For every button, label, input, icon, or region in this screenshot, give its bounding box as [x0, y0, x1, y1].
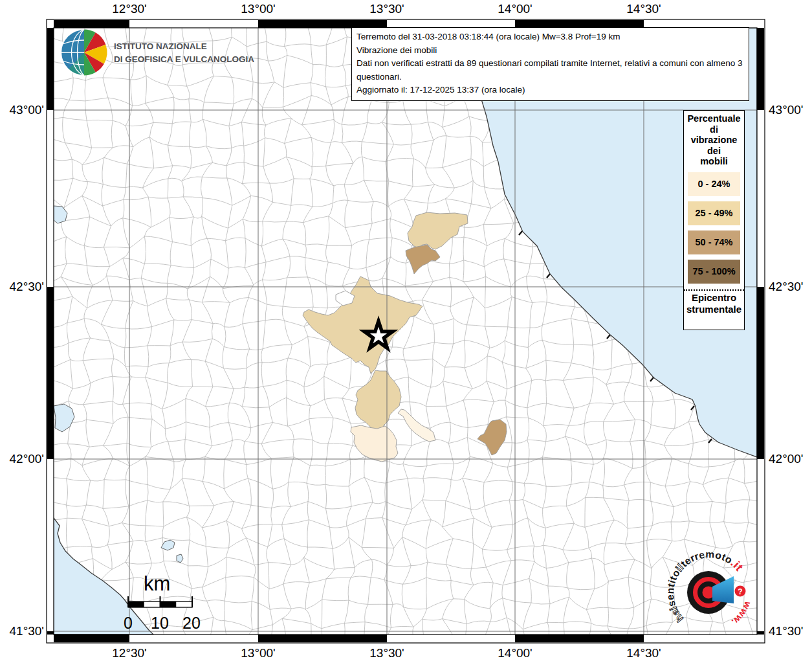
- axis-bottom-14°30': 14°30': [626, 646, 661, 660]
- vibration-percentage-regions: [303, 212, 507, 462]
- axis-left-41°30': 41°30': [3, 624, 44, 638]
- axis-top-12°30': 12°30': [112, 2, 147, 16]
- info-line-map-type: Vibrazione dei mobili: [357, 44, 744, 58]
- axis-left-42°30': 42°30': [3, 280, 44, 294]
- scale-bar-unit: km: [144, 572, 170, 596]
- sea-and-coastline: [54, 28, 757, 635]
- earthquake-info-box: Terremoto del 31-03-2018 03:18:44 (ora l…: [351, 27, 749, 101]
- legend-swatch-25-49: 25 - 49%: [688, 201, 740, 225]
- scale-bar-tick-0: 0: [124, 614, 133, 633]
- info-line-event: Terremoto del 31-03-2018 03:18:44 (ora l…: [357, 30, 744, 44]
- legend-swatch-75-100: 75 - 100%: [688, 260, 740, 284]
- axis-right-41°30': 41°30': [769, 624, 804, 638]
- info-line-updated: Aggiornato il: 17-12-2025 13:37 (ora loc…: [357, 84, 744, 97]
- legend-swatch-50-74: 50 - 74%: [688, 230, 740, 254]
- axis-left-42°00': 42°00': [3, 452, 44, 466]
- region-50-74-6: [477, 420, 507, 455]
- axis-right-42°30': 42°30': [769, 280, 804, 294]
- question-mark: ?: [738, 587, 742, 596]
- axis-left-43°00': 43°00': [3, 103, 44, 117]
- axis-top-14°30': 14°30': [626, 2, 661, 16]
- ingv-line2: DI GEOFISICA E VULCANOLOGIA: [114, 53, 254, 66]
- ingv-line1: ISTITUTO NAZIONALE: [114, 40, 254, 53]
- ingv-wordmark: ISTITUTO NAZIONALE DI GEOFISICA E VULCAN…: [114, 40, 254, 66]
- legend-title: Percentuale di vibrazione dei mobili: [684, 113, 744, 167]
- axis-top-13°00': 13°00': [241, 2, 276, 16]
- legend-divider: [684, 289, 744, 291]
- axis-bottom-13°30': 13°30': [369, 646, 404, 660]
- ingv-globe-logo: [61, 29, 107, 75]
- hsit-intensity-map-page: ? haisentitoilterremoto.it www. Terremot…: [0, 0, 812, 663]
- info-line-disclaimer: Dati non verificati estratti da 89 quest…: [357, 57, 744, 84]
- lakes: [54, 206, 183, 563]
- legend-box: Percentuale di vibrazione dei mobili 0 -…: [683, 110, 745, 330]
- axis-top-13°30': 13°30': [369, 2, 404, 16]
- region-25-49-1: [408, 212, 468, 249]
- legend-epicenter-label: Epicentro strumentale: [684, 292, 744, 315]
- scale-bar-tick-20: 20: [182, 614, 201, 633]
- region-0-24-4: [351, 425, 398, 462]
- axis-bottom-12°30': 12°30': [112, 646, 147, 660]
- axis-right-43°00': 43°00': [769, 103, 804, 117]
- legend-swatch-0-24: 0 - 24%: [688, 172, 740, 196]
- scale-bar-tick-10: 10: [151, 614, 169, 633]
- axis-bottom-14°00': 14°00': [498, 646, 532, 660]
- axis-top-14°00': 14°00': [498, 2, 532, 16]
- scale-bar: [128, 596, 192, 607]
- axis-bottom-13°00': 13°00': [241, 646, 276, 660]
- axis-right-42°00': 42°00': [769, 452, 804, 466]
